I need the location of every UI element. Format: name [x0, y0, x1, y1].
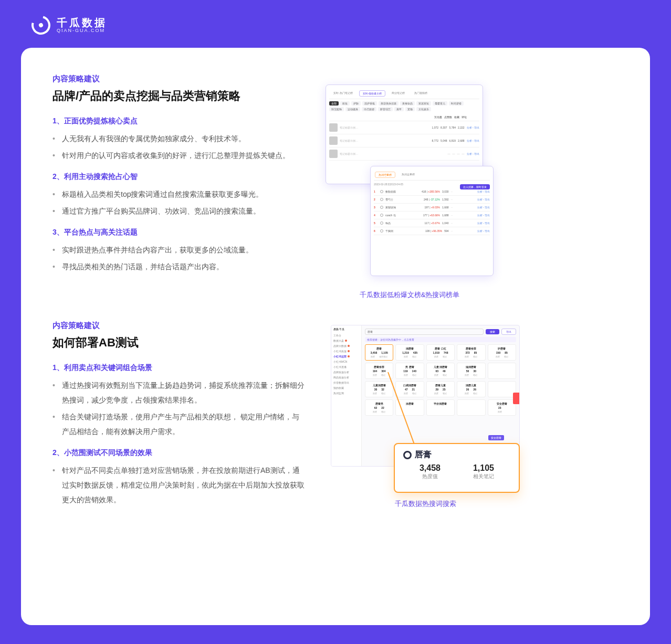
col: 点赞数	[444, 115, 452, 119]
bullet: 寻找品类相关的热门话题，并结合话题产出内容。	[53, 259, 305, 274]
keyword-cell[interactable]: 唇膏儿童 2925 热度笔记	[426, 381, 455, 397]
export-button[interactable]: 导出	[501, 329, 516, 335]
bullet: 结合关键词打造场景，使用户产生与产品相关的联想， 锁定用户情绪，与产品相结合，能…	[53, 409, 305, 439]
chip[interactable]: 时尚穿搭	[449, 101, 464, 105]
keyword-cell[interactable]	[488, 363, 516, 379]
keyword-cell[interactable]: 儿童 润唇膏 6349 热度笔记	[426, 363, 455, 379]
figure-1-caption: 千瓜数据低粉爆文榜&热搜词榜单	[360, 290, 460, 300]
col: 收藏	[454, 115, 459, 119]
eyebrow-2: 内容策略建议	[53, 321, 305, 331]
sidebar-item[interactable]: 我的收藏	[333, 385, 359, 390]
keyword-callout: 唇膏 3,458 热度值 1,105 相关笔记	[394, 443, 520, 493]
chip[interactable]: 文化娱乐	[416, 107, 431, 111]
keyword-cell[interactable]: 男 唇膏 119140 热度笔记	[395, 363, 424, 379]
keyword-cell[interactable]: 唇膏 口红 1,019748 热度笔记	[426, 344, 455, 361]
tab[interactable]: 实时-热门笔记榜	[330, 90, 356, 97]
brand-sub: 易集·千瓜	[333, 328, 359, 333]
callout-notes-label: 相关笔记	[473, 473, 494, 480]
keyword-cell[interactable]: 儿童润唇膏 3032 热度笔记	[365, 381, 393, 397]
keyword-cell[interactable]: 润唇膏 1,219435 热度笔记	[395, 344, 424, 361]
title-2: 如何部署AB测试	[53, 335, 305, 351]
callout-heat: 3,458	[420, 463, 441, 473]
sidebar-item[interactable]: 小红书MCN	[333, 359, 359, 364]
tab-active[interactable]: 实时-低粉爆文榜	[359, 90, 386, 97]
subhead-2b: 2、小范围测试不同场景的效果	[53, 448, 305, 458]
title-1: 品牌/产品的卖点挖掘与品类营销策略	[53, 88, 305, 104]
col: 互动量	[434, 115, 442, 119]
keyword-cell[interactable]: 滋润唇膏 5030 热度笔记	[457, 363, 485, 379]
chip[interactable]: 洗护香氛	[362, 101, 377, 105]
chip[interactable]: 出行旅游	[362, 107, 376, 111]
keyword-cell[interactable]: 口感润唇膏 4721 热度笔记	[395, 381, 424, 397]
sidebar-item[interactable]: 数据大盘	[333, 338, 359, 343]
col: 评论	[462, 115, 467, 119]
keyword-cell[interactable]: 护唇膏 15085 热度笔记	[488, 344, 516, 361]
sidebar-item[interactable]: 抖音数据导出	[333, 380, 359, 385]
logo-icon	[28, 12, 54, 38]
link[interactable]: 分析 - 导出	[467, 152, 479, 155]
sidebar-item[interactable]: 热词监测	[333, 390, 359, 396]
chip[interactable]: 美容美体仪器	[379, 101, 399, 105]
tab[interactable]: 商业笔记榜	[389, 90, 408, 97]
sidebar-item[interactable]: 品牌投放分析	[333, 369, 359, 375]
subhead-2a: 1、利用卖点和关键词组合场景	[53, 363, 305, 373]
brand-header: 千瓜数据 QIAN-GUA.COM	[0, 0, 671, 43]
sidebar-item[interactable]: 小红书直播	[333, 364, 359, 369]
chip-all[interactable]: 全部	[329, 101, 339, 105]
search-input[interactable]: 唇膏	[365, 329, 484, 335]
rank-row: 3 黄梨玻璃 197 | +9.03% 1,668 ··· 分析 - 导出	[374, 204, 490, 212]
sidebar-item[interactable]: 小红书投放	[333, 349, 359, 354]
brand-cn: 千瓜数据	[57, 17, 107, 28]
tab-hotword-total[interactable]: 热词总量榜	[399, 172, 418, 178]
chip[interactable]: 珠宝配饰	[329, 107, 344, 111]
bullet: 针对用户的认可内容或者收集到的好评，进行汇总整理并提炼关键点。	[53, 148, 305, 163]
keyword-cell[interactable]: 润唇儿童 2626 热度笔记	[457, 381, 485, 397]
rank-row: 4 coach 包 177 | +63.66% 1,688 ··· 分析 - 导…	[374, 212, 490, 219]
sidebar-item[interactable]: 工作台	[333, 333, 359, 338]
chip[interactable]: 护肤	[351, 101, 361, 105]
tab[interactable]: 热门视频榜	[411, 90, 431, 97]
keyword-cell[interactable]: 唇膏推荐 37285 热度笔记	[457, 344, 485, 361]
sidebar: 易集·千瓜 工作台数据大盘品牌大数据小红书投放小红书运营小红书MCN小红书直播品…	[331, 325, 362, 466]
section-2: 内容策略建议 如何部署AB测试 1、利用卖点和关键词组合场景 通过热搜词有效甄别…	[53, 321, 618, 509]
chip[interactable]: 家居家装	[416, 101, 431, 105]
chip[interactable]: 母婴育儿	[433, 101, 447, 105]
sidebar-item[interactable]: 品牌大数据	[333, 343, 359, 349]
keyword-cell[interactable]: 唇膏 3,4581,105 热度相关笔记	[365, 344, 393, 361]
keyword-cell[interactable]: 唇膏男 6222 热度笔记	[365, 399, 393, 416]
figure-2: 易集·千瓜 工作台数据大盘品牌大数据小红书投放小红书运营小红书MCN小红书直播品…	[331, 325, 520, 493]
content-card: 内容策略建议 品牌/产品的卖点挖掘与品类营销策略 1、正面优势提炼核心卖点 人无…	[21, 48, 650, 625]
bullet: 标题植入品类相关top搜索词通过自然搜索流量获取更多曝光。	[53, 187, 305, 202]
chip[interactable]: 影音综艺	[378, 107, 393, 111]
rank-row: 6 千脑洞 108 | +96.35% 594 ··· 分析 - 导出	[374, 227, 490, 235]
panel-hotword-rank: 热词增量榜 热词总量榜 达人招募，限时首发 2023-02-28至2023-04…	[370, 166, 494, 276]
bullet: 人无我有人有我强的专属优势如独家成分、专利技术等。	[53, 131, 305, 146]
section-1: 内容策略建议 品牌/产品的卖点挖掘与品类营销策略 1、正面优势提炼核心卖点 人无…	[53, 74, 618, 300]
keyword-cell[interactable]: 平价润唇膏	[426, 399, 455, 416]
chip[interactable]: 美甲	[394, 107, 404, 111]
callout-title: 唇膏	[415, 449, 432, 460]
search-button[interactable]: 搜索	[486, 329, 499, 334]
bullet: 针对产品不同卖点单独打造对应营销场景，并在投放前期进行AB测试，通过实时数据反馈…	[53, 463, 305, 507]
bullet: 实时跟进热点事件并结合内容产出，获取更多的公域流量。	[53, 242, 305, 257]
chip[interactable]: 宠物	[405, 107, 415, 111]
sidebar-item[interactable]: 商品投放分析	[333, 375, 359, 380]
recommend-tag: 安全唇膏	[488, 435, 504, 440]
keyword-cell[interactable]	[488, 381, 516, 397]
promo-pill[interactable]: 达人招募，限时首发	[460, 184, 490, 189]
chip[interactable]: 美食饮品	[400, 101, 415, 105]
chip[interactable]: 彩妆	[340, 101, 350, 105]
callout-notes: 1,105	[473, 463, 494, 473]
bullet: 通过热搜词有效甄别当下流量上扬趋趋势词，捕捉系统推荐流量；拆解细分热搜词，减少竞…	[53, 378, 305, 407]
callout-heat-label: 热度值	[420, 473, 441, 480]
sidebar-item[interactable]: 小红书运营	[333, 354, 359, 359]
subhead-1b: 2、利用主动搜索抢占心智	[53, 172, 305, 182]
rank-row: 5 饰品 117 | +5.67% 1,040 ··· 分析 - 导出	[374, 219, 490, 227]
link[interactable]: 分析 - 导出	[467, 139, 479, 142]
keyword-cell[interactable]	[457, 399, 485, 416]
chip[interactable]: 运动健身	[345, 107, 360, 111]
link[interactable]: 分析 - 导出	[467, 126, 479, 129]
keyword-cell[interactable]: 安全唇膏 23 热度	[488, 399, 516, 416]
tab-hotword-inc[interactable]: 热词增量榜	[375, 172, 395, 178]
ring-icon	[403, 451, 412, 459]
